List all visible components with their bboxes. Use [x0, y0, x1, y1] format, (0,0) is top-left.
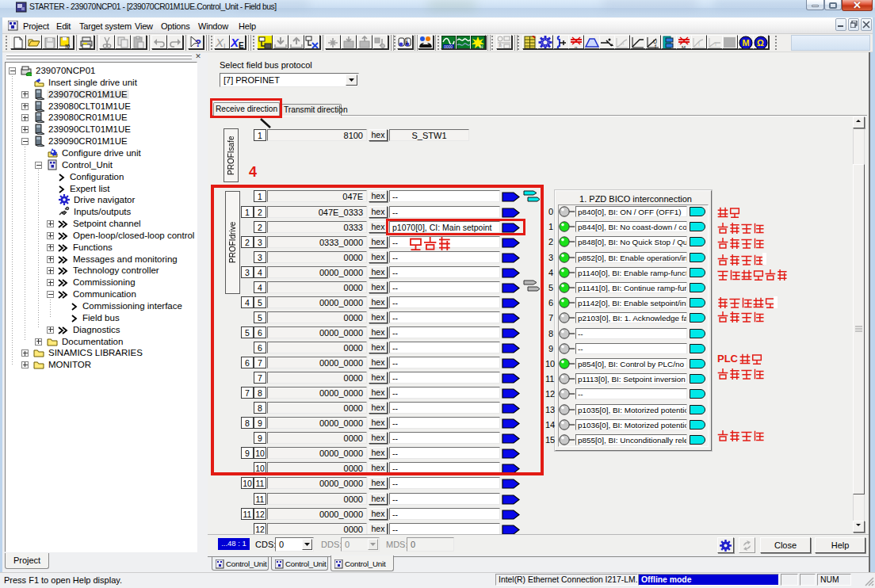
svg-text:f: f: [655, 44, 656, 49]
svg-text:!0: !0: [65, 44, 70, 49]
svg-text:R: R: [499, 44, 502, 48]
svg-text:?: ?: [195, 37, 201, 49]
svg-text:I: I: [224, 42, 226, 49]
svg-text:I: I: [715, 41, 716, 47]
svg-text:N: N: [480, 44, 483, 49]
svg-text:E: E: [239, 41, 244, 49]
svg-text:Ω: Ω: [757, 38, 764, 48]
svg-text:n: n: [621, 41, 624, 46]
svg-text:0000: 0000: [444, 44, 453, 49]
svg-text:M: M: [682, 45, 686, 49]
svg-text:i: i: [406, 38, 408, 46]
svg-text:I: I: [698, 41, 700, 47]
svg-text:n: n: [575, 45, 577, 49]
svg-text:M: M: [743, 38, 750, 48]
